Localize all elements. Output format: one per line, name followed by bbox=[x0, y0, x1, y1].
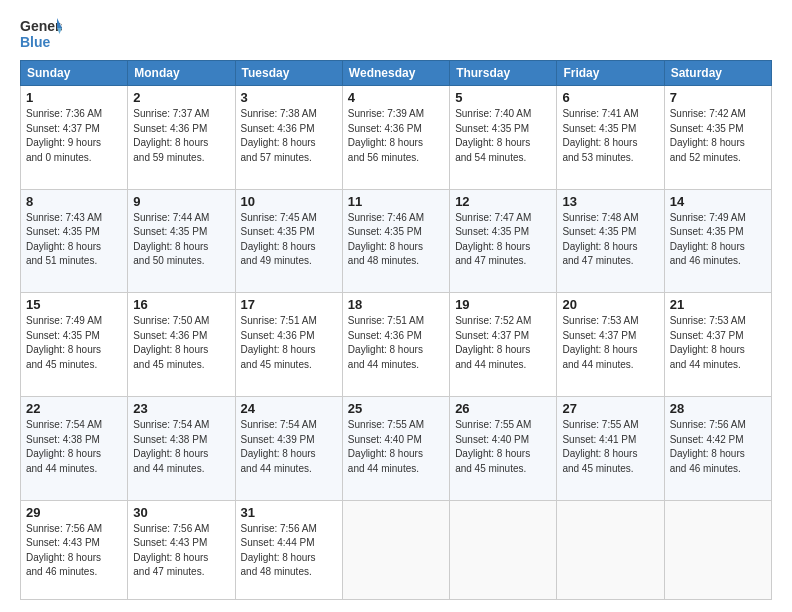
day-number: 14 bbox=[670, 194, 766, 209]
day-number: 3 bbox=[241, 90, 337, 105]
day-number: 5 bbox=[455, 90, 551, 105]
calendar-cell: 4Sunrise: 7:39 AMSunset: 4:36 PMDaylight… bbox=[342, 86, 449, 190]
calendar-cell: 8Sunrise: 7:43 AMSunset: 4:35 PMDaylight… bbox=[21, 189, 128, 293]
day-info: Sunrise: 7:51 AMSunset: 4:36 PMDaylight:… bbox=[348, 314, 444, 372]
calendar-cell: 13Sunrise: 7:48 AMSunset: 4:35 PMDayligh… bbox=[557, 189, 664, 293]
col-header-sunday: Sunday bbox=[21, 61, 128, 86]
day-number: 20 bbox=[562, 297, 658, 312]
day-number: 24 bbox=[241, 401, 337, 416]
week-row-5: 29Sunrise: 7:56 AMSunset: 4:43 PMDayligh… bbox=[21, 500, 772, 599]
calendar-cell: 31Sunrise: 7:56 AMSunset: 4:44 PMDayligh… bbox=[235, 500, 342, 599]
day-number: 9 bbox=[133, 194, 229, 209]
calendar-cell: 10Sunrise: 7:45 AMSunset: 4:35 PMDayligh… bbox=[235, 189, 342, 293]
calendar-cell bbox=[664, 500, 771, 599]
day-info: Sunrise: 7:49 AMSunset: 4:35 PMDaylight:… bbox=[670, 211, 766, 269]
week-row-4: 22Sunrise: 7:54 AMSunset: 4:38 PMDayligh… bbox=[21, 397, 772, 501]
day-number: 17 bbox=[241, 297, 337, 312]
calendar-cell: 6Sunrise: 7:41 AMSunset: 4:35 PMDaylight… bbox=[557, 86, 664, 190]
day-info: Sunrise: 7:44 AMSunset: 4:35 PMDaylight:… bbox=[133, 211, 229, 269]
calendar-header-row: SundayMondayTuesdayWednesdayThursdayFrid… bbox=[21, 61, 772, 86]
calendar-cell: 30Sunrise: 7:56 AMSunset: 4:43 PMDayligh… bbox=[128, 500, 235, 599]
day-info: Sunrise: 7:54 AMSunset: 4:38 PMDaylight:… bbox=[133, 418, 229, 476]
day-info: Sunrise: 7:56 AMSunset: 4:43 PMDaylight:… bbox=[26, 522, 122, 580]
calendar-cell: 17Sunrise: 7:51 AMSunset: 4:36 PMDayligh… bbox=[235, 293, 342, 397]
day-number: 21 bbox=[670, 297, 766, 312]
calendar-cell: 14Sunrise: 7:49 AMSunset: 4:35 PMDayligh… bbox=[664, 189, 771, 293]
calendar-cell: 15Sunrise: 7:49 AMSunset: 4:35 PMDayligh… bbox=[21, 293, 128, 397]
day-number: 31 bbox=[241, 505, 337, 520]
svg-text:General: General bbox=[20, 18, 62, 34]
day-info: Sunrise: 7:55 AMSunset: 4:41 PMDaylight:… bbox=[562, 418, 658, 476]
day-info: Sunrise: 7:49 AMSunset: 4:35 PMDaylight:… bbox=[26, 314, 122, 372]
day-number: 16 bbox=[133, 297, 229, 312]
day-info: Sunrise: 7:52 AMSunset: 4:37 PMDaylight:… bbox=[455, 314, 551, 372]
calendar-cell: 18Sunrise: 7:51 AMSunset: 4:36 PMDayligh… bbox=[342, 293, 449, 397]
day-number: 8 bbox=[26, 194, 122, 209]
week-row-3: 15Sunrise: 7:49 AMSunset: 4:35 PMDayligh… bbox=[21, 293, 772, 397]
calendar-table: SundayMondayTuesdayWednesdayThursdayFrid… bbox=[20, 60, 772, 600]
day-info: Sunrise: 7:41 AMSunset: 4:35 PMDaylight:… bbox=[562, 107, 658, 165]
calendar-cell: 5Sunrise: 7:40 AMSunset: 4:35 PMDaylight… bbox=[450, 86, 557, 190]
day-info: Sunrise: 7:42 AMSunset: 4:35 PMDaylight:… bbox=[670, 107, 766, 165]
day-info: Sunrise: 7:39 AMSunset: 4:36 PMDaylight:… bbox=[348, 107, 444, 165]
day-number: 26 bbox=[455, 401, 551, 416]
day-info: Sunrise: 7:37 AMSunset: 4:36 PMDaylight:… bbox=[133, 107, 229, 165]
day-number: 19 bbox=[455, 297, 551, 312]
day-info: Sunrise: 7:45 AMSunset: 4:35 PMDaylight:… bbox=[241, 211, 337, 269]
day-info: Sunrise: 7:48 AMSunset: 4:35 PMDaylight:… bbox=[562, 211, 658, 269]
day-number: 13 bbox=[562, 194, 658, 209]
day-number: 15 bbox=[26, 297, 122, 312]
calendar-cell: 7Sunrise: 7:42 AMSunset: 4:35 PMDaylight… bbox=[664, 86, 771, 190]
day-info: Sunrise: 7:51 AMSunset: 4:36 PMDaylight:… bbox=[241, 314, 337, 372]
calendar-cell: 23Sunrise: 7:54 AMSunset: 4:38 PMDayligh… bbox=[128, 397, 235, 501]
day-number: 7 bbox=[670, 90, 766, 105]
col-header-friday: Friday bbox=[557, 61, 664, 86]
calendar-cell: 25Sunrise: 7:55 AMSunset: 4:40 PMDayligh… bbox=[342, 397, 449, 501]
calendar-body: 1Sunrise: 7:36 AMSunset: 4:37 PMDaylight… bbox=[21, 86, 772, 600]
calendar-cell: 26Sunrise: 7:55 AMSunset: 4:40 PMDayligh… bbox=[450, 397, 557, 501]
day-number: 18 bbox=[348, 297, 444, 312]
calendar-cell: 22Sunrise: 7:54 AMSunset: 4:38 PMDayligh… bbox=[21, 397, 128, 501]
calendar-cell bbox=[342, 500, 449, 599]
calendar-cell: 1Sunrise: 7:36 AMSunset: 4:37 PMDaylight… bbox=[21, 86, 128, 190]
day-number: 12 bbox=[455, 194, 551, 209]
day-info: Sunrise: 7:38 AMSunset: 4:36 PMDaylight:… bbox=[241, 107, 337, 165]
day-info: Sunrise: 7:56 AMSunset: 4:42 PMDaylight:… bbox=[670, 418, 766, 476]
calendar-cell: 20Sunrise: 7:53 AMSunset: 4:37 PMDayligh… bbox=[557, 293, 664, 397]
calendar-cell: 21Sunrise: 7:53 AMSunset: 4:37 PMDayligh… bbox=[664, 293, 771, 397]
day-number: 1 bbox=[26, 90, 122, 105]
header: General Blue bbox=[20, 16, 772, 52]
col-header-monday: Monday bbox=[128, 61, 235, 86]
calendar-cell: 2Sunrise: 7:37 AMSunset: 4:36 PMDaylight… bbox=[128, 86, 235, 190]
calendar-cell: 12Sunrise: 7:47 AMSunset: 4:35 PMDayligh… bbox=[450, 189, 557, 293]
day-info: Sunrise: 7:55 AMSunset: 4:40 PMDaylight:… bbox=[455, 418, 551, 476]
day-number: 6 bbox=[562, 90, 658, 105]
day-number: 30 bbox=[133, 505, 229, 520]
day-number: 28 bbox=[670, 401, 766, 416]
day-info: Sunrise: 7:46 AMSunset: 4:35 PMDaylight:… bbox=[348, 211, 444, 269]
col-header-wednesday: Wednesday bbox=[342, 61, 449, 86]
logo-svg: General Blue bbox=[20, 16, 62, 52]
page: General Blue SundayMondayTuesdayWednesda… bbox=[0, 0, 792, 612]
day-number: 10 bbox=[241, 194, 337, 209]
day-info: Sunrise: 7:54 AMSunset: 4:39 PMDaylight:… bbox=[241, 418, 337, 476]
calendar-cell: 27Sunrise: 7:55 AMSunset: 4:41 PMDayligh… bbox=[557, 397, 664, 501]
day-info: Sunrise: 7:56 AMSunset: 4:44 PMDaylight:… bbox=[241, 522, 337, 580]
day-number: 27 bbox=[562, 401, 658, 416]
calendar-cell: 28Sunrise: 7:56 AMSunset: 4:42 PMDayligh… bbox=[664, 397, 771, 501]
day-info: Sunrise: 7:43 AMSunset: 4:35 PMDaylight:… bbox=[26, 211, 122, 269]
day-number: 29 bbox=[26, 505, 122, 520]
calendar-cell: 19Sunrise: 7:52 AMSunset: 4:37 PMDayligh… bbox=[450, 293, 557, 397]
calendar-cell: 11Sunrise: 7:46 AMSunset: 4:35 PMDayligh… bbox=[342, 189, 449, 293]
calendar-cell: 24Sunrise: 7:54 AMSunset: 4:39 PMDayligh… bbox=[235, 397, 342, 501]
calendar-cell bbox=[450, 500, 557, 599]
day-number: 11 bbox=[348, 194, 444, 209]
day-info: Sunrise: 7:54 AMSunset: 4:38 PMDaylight:… bbox=[26, 418, 122, 476]
col-header-saturday: Saturday bbox=[664, 61, 771, 86]
col-header-thursday: Thursday bbox=[450, 61, 557, 86]
day-number: 23 bbox=[133, 401, 229, 416]
svg-text:Blue: Blue bbox=[20, 34, 51, 50]
logo: General Blue bbox=[20, 16, 62, 52]
day-info: Sunrise: 7:56 AMSunset: 4:43 PMDaylight:… bbox=[133, 522, 229, 580]
calendar-cell: 9Sunrise: 7:44 AMSunset: 4:35 PMDaylight… bbox=[128, 189, 235, 293]
